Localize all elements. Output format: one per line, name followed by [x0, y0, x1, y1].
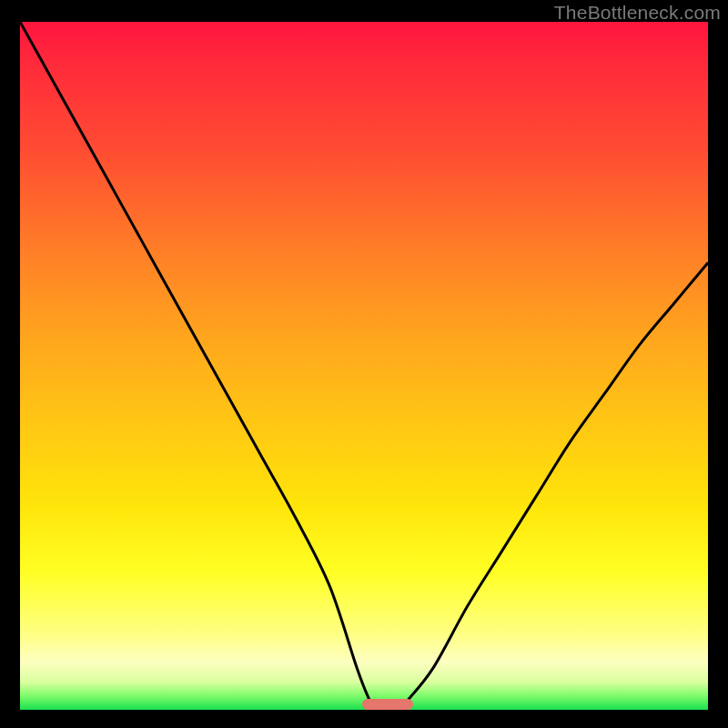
plot-area — [20, 22, 708, 710]
curve-svg — [20, 22, 708, 710]
chart-frame: TheBottleneck.com — [0, 0, 728, 728]
watermark-text: TheBottleneck.com — [554, 2, 721, 24]
optimum-marker — [362, 699, 413, 710]
bottleneck-curve-path — [20, 22, 708, 710]
